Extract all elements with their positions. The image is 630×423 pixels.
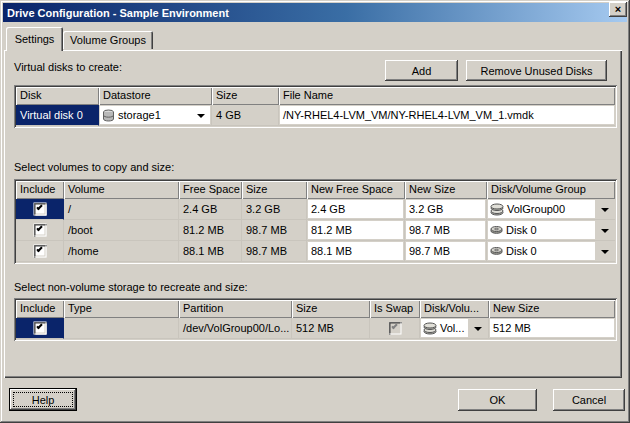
include-checkbox[interactable] [33,245,46,258]
disk-volume-group-dropdown[interactable]: Disk 0 [488,221,595,239]
disk-volume-group-cell: Disk 0 [487,220,615,241]
col-header-type[interactable]: Type [64,300,179,318]
disk-volu-value: Vol... [440,319,464,337]
volume-row-boot[interactable]: /boot 81.2 MB 98.7 MB 81.2 MB 98.7 MB Di… [16,220,615,241]
window-title: Drive Configuration - Sample Environment [3,7,229,19]
new-free-space-cell: 88.1 MB [307,241,405,262]
check-icon [36,204,42,210]
include-cell [16,241,64,262]
volume-row-home[interactable]: /home 88.1 MB 98.7 MB 88.1 MB 98.7 MB Di… [16,241,615,262]
disk-volume-group-dropdown[interactable]: VolGroup00 [488,200,595,218]
col-header-new-size[interactable]: New Size [489,300,615,318]
col-header-include[interactable]: Include [16,300,64,318]
col-header-file-name[interactable]: File Name [279,87,615,105]
size-cell: 512 MB [292,318,370,339]
virtual-disk-row[interactable]: Virtual disk 0 storage1 4 GB /NY-RHEL4-L… [16,105,615,126]
new-size-cell: 98.7 MB [405,220,487,241]
non-volume-row[interactable]: /dev/VolGroup00/Lo... 512 MB Vol... [16,318,615,339]
volumes-table: Include Volume Free Space Size New Free … [14,179,617,264]
size-cell: 98.7 MB [242,220,307,241]
chevron-down-icon[interactable] [197,114,205,118]
new-free-space-input[interactable]: 2.4 GB [308,200,403,218]
add-button[interactable]: Add [385,60,458,81]
new-size-input[interactable]: 512 MB [490,319,614,337]
new-free-space-input[interactable]: 88.1 MB [308,242,403,260]
new-free-space-cell: 2.4 GB [307,199,405,220]
free-space-cell: 2.4 GB [179,199,242,220]
chevron-down-icon[interactable] [601,250,609,254]
partition-cell: /dev/VolGroup00/Lo... [179,318,292,339]
col-header-volume[interactable]: Volume [64,181,179,199]
volume-row-root[interactable]: / 2.4 GB 3.2 GB 2.4 GB 3.2 GB VolGroup00 [16,199,615,220]
is-swap-cell [370,318,420,339]
col-header-disk-volume-group[interactable]: Disk/Volume Group [487,181,615,199]
col-header-include[interactable]: Include [16,181,64,199]
col-header-size[interactable]: Size [212,87,279,105]
chevron-down-icon[interactable] [474,327,482,331]
help-button[interactable]: Help [9,388,77,411]
volume-group-icon [490,203,504,216]
disk-size-cell: 4 GB [212,105,279,126]
cancel-button[interactable]: Cancel [553,389,625,411]
volume-cell: /boot [64,220,179,241]
tab-volume-groups-label: Volume Groups [70,34,146,46]
file-name-input[interactable]: /NY-RHEL4-LVM_VM/NY-RHEL4-LVM_VM_1.vmdk [280,106,614,124]
col-header-free-space[interactable]: Free Space [179,181,242,199]
new-size-input[interactable]: 98.7 MB [406,242,485,260]
file-name-cell: /NY-RHEL4-LVM_VM/NY-RHEL4-LVM_VM_1.vmdk [279,105,615,126]
check-icon [36,246,42,252]
free-space-cell: 88.1 MB [179,241,242,262]
new-free-space-cell: 81.2 MB [307,220,405,241]
col-header-disk[interactable]: Disk [16,87,99,105]
size-cell: 98.7 MB [242,241,307,262]
disk-name-cell: Virtual disk 0 [16,105,99,126]
chevron-down-icon[interactable] [601,208,609,212]
close-button[interactable]: × [609,2,627,17]
disk-volu-cell: Vol... [420,318,489,339]
col-header-partition[interactable]: Partition [179,300,292,318]
disk-volu-dropdown[interactable]: Vol... [421,319,468,337]
volume-cell: /home [64,241,179,262]
col-header-new-size[interactable]: New Size [405,181,487,199]
remove-unused-disks-button[interactable]: Remove Unused Disks [466,60,607,81]
col-header-disk-volu[interactable]: Disk/Volu... [420,300,489,318]
volume-group-icon [423,322,437,335]
disk-volume-group-value: VolGroup00 [507,200,565,218]
ok-button[interactable]: OK [458,389,537,411]
datastore-value: storage1 [118,106,161,124]
disk-volume-group-dropdown[interactable]: Disk 0 [488,242,595,260]
include-checkbox[interactable] [33,322,46,335]
tab-settings[interactable]: Settings [6,27,63,51]
titlebar[interactable]: Drive Configuration - Sample Environment [3,3,627,22]
datastore-icon [102,109,115,122]
new-size-cell: 98.7 MB [405,241,487,262]
datastore-dropdown[interactable]: storage1 [100,106,210,124]
include-cell [16,199,64,220]
tab-volume-groups[interactable]: Volume Groups [63,31,153,49]
col-header-new-free-space[interactable]: New Free Space [307,181,405,199]
non-volume-storage-label: Select non-volume storage to recreate an… [14,281,248,293]
chevron-down-icon[interactable] [601,229,609,233]
col-header-is-swap[interactable]: Is Swap [370,300,420,318]
include-cell [16,220,64,241]
virtual-disks-table: Disk Datastore Size File Name Virtual di… [14,85,617,128]
col-header-datastore[interactable]: Datastore [99,87,212,105]
new-size-input[interactable]: 98.7 MB [406,221,485,239]
col-header-size[interactable]: Size [292,300,370,318]
include-cell [16,318,64,339]
close-icon: × [615,4,621,15]
include-checkbox[interactable] [33,224,46,237]
col-header-size[interactable]: Size [242,181,307,199]
non-volume-header: Include Type Partition Size Is Swap Disk… [16,300,615,318]
virtual-disks-header: Disk Datastore Size File Name [16,87,615,105]
disk-volume-group-value: Disk 0 [506,221,537,239]
is-swap-checkbox [388,322,401,335]
new-size-input[interactable]: 3.2 GB [406,200,485,218]
new-free-space-input[interactable]: 81.2 MB [308,221,403,239]
include-checkbox[interactable] [33,203,46,216]
check-icon [36,225,42,231]
disk-icon [490,246,503,256]
volume-cell: / [64,199,179,220]
free-space-cell: 81.2 MB [179,220,242,241]
size-cell: 3.2 GB [242,199,307,220]
